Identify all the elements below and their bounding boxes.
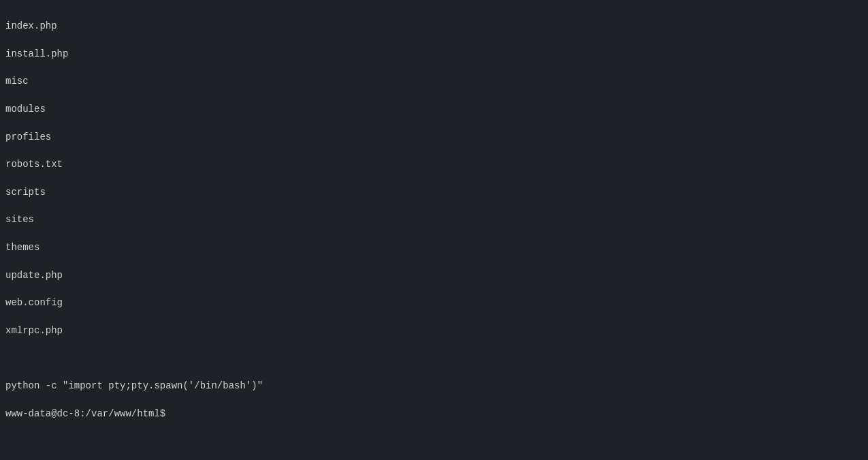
terminal-line-7: scripts <box>5 187 46 198</box>
terminal-line-8: sites <box>5 214 34 225</box>
terminal-line-3: misc <box>5 76 29 87</box>
terminal-line-1: index.php <box>5 20 57 31</box>
terminal-line-12: xmlrpc.php <box>5 325 63 336</box>
terminal-line-5: profiles <box>5 132 51 142</box>
terminal-line-6: robots.txt <box>5 159 63 170</box>
terminal-line-2: install.php <box>5 48 68 59</box>
terminal-line-14: python -c "import pty;pty.spawn('/bin/ba… <box>5 380 263 391</box>
terminal-line-11: web.config <box>5 297 63 308</box>
terminal-line-9: themes <box>5 242 39 253</box>
terminal-line-4: modules <box>5 104 46 114</box>
terminal-line-10: update.php <box>5 270 63 281</box>
terminal-output: index.php install.php misc modules profi… <box>5 5 863 460</box>
terminal-line-15: www-data@dc-8:/var/www/html$ <box>5 408 165 419</box>
